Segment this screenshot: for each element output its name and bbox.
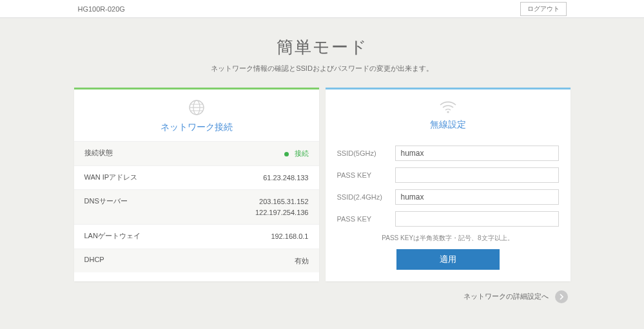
row-label: WAN IPアドレス <box>84 173 138 182</box>
field-passkey-5ghz: PASS KEY <box>337 164 559 186</box>
row-dhcp: DHCP 有効 <box>74 249 319 273</box>
field-label: PASS KEY <box>337 215 395 223</box>
field-ssid-24ghz: SSID(2.4GHz) <box>337 186 559 208</box>
passkey-hint: PASS KEYは半角英数字・記号、8文字以上。 <box>326 234 571 243</box>
status-dot-icon <box>284 152 289 156</box>
row-label: LANゲートウェイ <box>84 231 141 241</box>
row-value: 203.165.31.152 122.197.254.136 <box>255 196 309 218</box>
chevron-right-icon <box>558 294 565 300</box>
field-label: SSID(5GHz) <box>337 149 395 157</box>
row-dns: DNSサーバー 203.165.31.152 122.197.254.136 <box>74 189 319 224</box>
row-label: 接続状態 <box>84 148 113 158</box>
wifi-icon <box>326 99 571 114</box>
row-label: DHCP <box>84 256 104 263</box>
network-panel-title: ネットワーク接続 <box>74 122 319 133</box>
page-subtitle: ネットワーク情報の確認とSSIDおよびパスワードの変更が出来ます。 <box>74 64 571 73</box>
field-label: PASS KEY <box>337 171 395 179</box>
field-label: SSID(2.4GHz) <box>337 193 395 201</box>
row-label: DNSサーバー <box>84 196 128 206</box>
row-value: 61.23.248.133 <box>263 173 308 183</box>
top-bar: HG100R-020G ログアウト <box>0 0 644 18</box>
advanced-link-label: ネットワークの詳細設定へ <box>463 292 549 300</box>
field-ssid-5ghz: SSID(5GHz) <box>337 142 559 164</box>
model-label: HG100R-020G <box>78 5 125 13</box>
network-panel: ネットワーク接続 接続状態 接続 WAN IPアドレス 61.23.248.13… <box>74 88 319 281</box>
passkey-5ghz-input[interactable] <box>395 167 559 183</box>
wireless-panel: 無線設定 SSID(5GHz) PASS KEY SSID(2.4GHz) PA… <box>326 88 571 281</box>
row-lan-gateway: LANゲートウェイ 192.168.0.1 <box>74 224 319 249</box>
ssid-24ghz-input[interactable] <box>395 189 559 205</box>
apply-button[interactable]: 適用 <box>396 249 500 270</box>
ssid-5ghz-input[interactable] <box>395 146 559 161</box>
row-wan-ip: WAN IPアドレス 61.23.248.133 <box>74 165 319 190</box>
field-passkey-24ghz: PASS KEY <box>337 208 559 230</box>
wireless-panel-title: 無線設定 <box>326 119 571 131</box>
row-value: 有効 <box>295 256 309 267</box>
row-value: 192.168.0.1 <box>271 231 308 242</box>
advanced-link-button[interactable] <box>555 290 568 303</box>
globe-icon <box>74 99 319 117</box>
logout-button[interactable]: ログアウト <box>520 2 567 16</box>
passkey-24ghz-input[interactable] <box>395 211 559 227</box>
advanced-link-row: ネットワークの詳細設定へ <box>74 290 571 303</box>
svg-point-5 <box>447 111 449 113</box>
row-connection-status: 接続状態 接続 <box>74 141 319 165</box>
status-value: 接続 <box>295 149 309 157</box>
page-title: 簡単モード <box>74 36 571 59</box>
